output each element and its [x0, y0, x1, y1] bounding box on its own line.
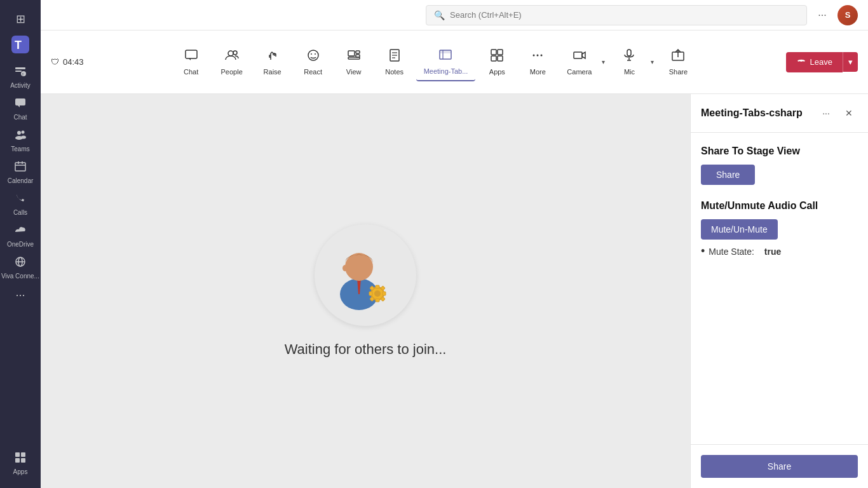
toolbar-chat-label: Chat [184, 68, 198, 76]
svg-rect-44 [498, 56, 503, 61]
teams-icon [14, 128, 27, 144]
svg-rect-62 [376, 299, 379, 302]
mute-unmute-section: Mute/Unmute Audio Call Mute/Un-Mute Mute… [701, 200, 858, 258]
svg-rect-30 [348, 51, 355, 56]
participant-avatar [315, 224, 416, 326]
toolbar-camera-button[interactable]: Camera [559, 43, 599, 81]
sidebar-item-activity[interactable]: ! Activity [0, 61, 41, 93]
svg-rect-43 [491, 56, 496, 61]
svg-point-26 [233, 51, 237, 55]
sidebar-item-onedrive-label: OneDrive [7, 241, 34, 248]
toolbar-mic-group: Mic ▾ [610, 43, 656, 81]
toolbar-more-icon [531, 48, 545, 65]
toolbar-camera-group: Camera ▾ [559, 43, 607, 81]
toolbar-more-button[interactable]: More [519, 43, 557, 81]
toolbar-raise-button[interactable]: Raise [254, 43, 292, 81]
svg-rect-2 [15, 67, 25, 69]
svg-point-60 [374, 290, 381, 297]
panel-footer-share-button[interactable]: Share [701, 455, 858, 478]
sidebar-item-calls-label: Calls [13, 209, 27, 216]
toolbar-react-icon [306, 48, 320, 65]
svg-rect-12 [15, 163, 25, 171]
toolbar-apps-button[interactable]: Apps [478, 43, 516, 81]
share-to-stage-title: Share To Stage View [701, 146, 858, 157]
panel-footer: Share [691, 444, 868, 488]
sidebar-item-chat[interactable]: Chat [0, 93, 41, 125]
sidebar-item-viva-label: Viva Conne... [1, 273, 39, 280]
onedrive-icon [14, 224, 27, 240]
share-to-stage-section: Share To Stage View Share [701, 146, 858, 185]
panel-more-button[interactable]: ··· [817, 104, 835, 122]
leave-chevron-button[interactable]: ▾ [843, 52, 858, 72]
toolbar-meeting-tab-label: Meeting-Tab... [424, 67, 468, 75]
svg-rect-31 [356, 51, 360, 53]
sidebar: ⊞ T ! Activity [0, 0, 41, 488]
toolbar-notes-button[interactable]: Notes [376, 43, 414, 81]
toolbar-mic-button[interactable]: Mic [610, 43, 648, 81]
svg-rect-23 [186, 50, 197, 58]
panel-close-button[interactable]: ✕ [840, 104, 858, 122]
toolbar-raise-icon [266, 48, 280, 65]
sidebar-item-calls[interactable]: Calls [0, 188, 41, 220]
toolbar-share-button[interactable]: Share [659, 43, 697, 81]
sidebar-item-onedrive[interactable]: OneDrive [0, 220, 41, 252]
svg-rect-50 [627, 50, 631, 56]
search-input[interactable] [450, 10, 799, 20]
svg-point-27 [308, 50, 318, 60]
meeting-toolbar: 🛡 04:43 Chat [41, 30, 868, 94]
svg-point-58 [342, 265, 348, 271]
svg-rect-39 [440, 50, 451, 53]
svg-rect-19 [15, 452, 20, 457]
svg-rect-33 [348, 57, 360, 59]
toolbar-apps-icon [490, 48, 504, 65]
activity-icon: ! [14, 65, 27, 81]
apps-grid-button[interactable]: ⊞ [9, 8, 32, 30]
toolbar-chat-icon [184, 48, 198, 65]
svg-rect-61 [376, 285, 379, 288]
more-options-button[interactable]: ··· [812, 5, 832, 25]
camera-chevron-icon[interactable]: ▾ [599, 56, 607, 68]
toolbar-raise-label: Raise [264, 68, 281, 76]
calendar-icon [14, 160, 27, 176]
toolbar-camera-icon [573, 48, 587, 65]
leave-button-label: Leave [810, 57, 832, 67]
toolbar-people-button[interactable]: People [213, 43, 251, 81]
svg-point-47 [541, 55, 543, 57]
meeting-wrapper: 🛡 04:43 Chat [41, 30, 868, 488]
svg-point-8 [17, 131, 21, 135]
toolbar-mic-icon [622, 48, 636, 65]
meeting-stage: Waiting for others to join... [41, 94, 690, 488]
sidebar-item-teams[interactable]: Teams [0, 125, 41, 156]
panel-header: Meeting-Tabs-csharp ··· ✕ [691, 94, 868, 133]
toolbar-chat-button[interactable]: Chat [172, 43, 210, 81]
toolbar-react-button[interactable]: React [294, 43, 332, 81]
user-avatar[interactable]: S [837, 5, 858, 25]
search-bar[interactable]: 🔍 [426, 5, 807, 25]
toolbar-mic-label: Mic [624, 68, 635, 76]
svg-rect-22 [21, 458, 25, 463]
apps-icon [14, 451, 27, 467]
meeting-content: Waiting for others to join... Meeting-Ta… [41, 94, 868, 488]
panel-body: Share To Stage View Share Mute/Unmute Au… [691, 133, 868, 444]
sidebar-item-calendar[interactable]: Calendar [0, 156, 41, 188]
sidebar-item-apps[interactable]: Apps [0, 447, 41, 483]
search-icon: 🔍 [434, 10, 445, 20]
toolbar-view-icon [347, 48, 361, 65]
toolbar-meeting-tab-button[interactable]: Meeting-Tab... [416, 43, 476, 81]
mic-chevron-icon[interactable]: ▾ [648, 56, 656, 68]
sidebar-item-viva[interactable]: Viva Conne... [0, 252, 41, 283]
panel-share-button[interactable]: Share [701, 165, 755, 185]
side-panel: Meeting-Tabs-csharp ··· ✕ Share To Stage… [690, 94, 868, 488]
svg-rect-41 [491, 50, 496, 55]
leave-button[interactable]: Leave [786, 52, 843, 72]
toolbar-camera-label: Camera [567, 68, 592, 76]
sidebar-item-chat-label: Chat [13, 114, 27, 121]
toolbar-react-label: React [304, 68, 322, 76]
viva-icon [14, 255, 27, 271]
sidebar-more-button[interactable]: ··· [0, 283, 41, 307]
toolbar-notes-icon [388, 48, 402, 65]
mute-section-title: Mute/Unmute Audio Call [701, 200, 858, 212]
toolbar-share-icon [671, 48, 685, 65]
toolbar-view-button[interactable]: View [335, 43, 373, 81]
mute-unmute-button[interactable]: Mute/Un-Mute [701, 219, 778, 240]
